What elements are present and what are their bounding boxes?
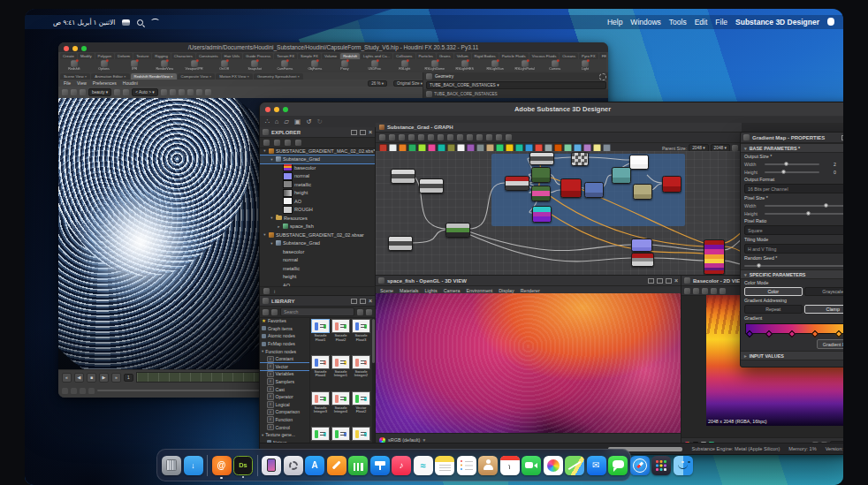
library-item-swizzle-float3[interactable]: Swizzle Float3 [352,319,370,353]
graph-node[interactable] [445,223,470,238]
nodes-icon[interactable]: ∴ [265,117,270,125]
shelf-tool-rslightportal[interactable]: RSLightPortal [511,59,539,72]
pane-menu-houdini[interactable]: Houdini [123,80,138,86]
graph-tool-icon[interactable] [418,134,424,140]
dock-item-notes[interactable] [435,456,454,475]
graph-node[interactable] [584,182,604,198]
paste-icon[interactable] [702,288,708,294]
output-width-slider[interactable] [765,163,819,165]
close-panel-icon[interactable]: × [369,131,372,134]
stop-button[interactable]: ■ [87,373,96,383]
library-item-swizzle-integer4[interactable]: Swizzle Integer4 [331,391,350,426]
graph-tool-icon[interactable] [399,134,405,140]
dock-item-settings[interactable] [284,456,303,475]
shelf-tool-proxy[interactable]: Proxy [331,59,359,72]
pixel-ratio-select[interactable]: Square▾ [744,225,843,235]
float-panel-icon[interactable] [351,299,357,304]
link-icon[interactable] [285,140,291,146]
home-icon[interactable]: ⌂ [275,117,279,125]
explorer-item-basecolor[interactable]: basecolor [260,247,375,256]
library-category-graph-items[interactable]: Graph items [260,325,309,333]
dock-item-numbers[interactable] [348,456,368,475]
pane-tab-scene-view[interactable]: Scene View × [60,73,90,80]
maximize-panel-icon[interactable] [666,278,672,284]
tree-caret[interactable]: ▾ [263,232,267,237]
dock-item-facetime[interactable] [522,456,541,475]
explorer-item-metallic[interactable]: metallic [260,264,375,273]
view3d-menu-scene[interactable]: Scene [380,288,393,293]
output-format-select[interactable]: 16 Bits per Channel▾ [744,184,843,193]
grid-icon[interactable] [720,288,726,294]
tree-caret[interactable]: ▸ [277,224,281,229]
zoom-button[interactable] [283,107,288,112]
graph-node[interactable] [633,184,652,200]
view3d-menu-materials[interactable]: Materials [400,288,419,293]
close-panel-icon[interactable]: × [674,279,678,283]
color-mode-color[interactable]: Color [744,287,803,296]
library-edit-icon[interactable] [271,309,278,315]
shelf-tab-texture[interactable]: Texture [133,53,151,59]
control-center-icon[interactable] [122,19,130,26]
playbar-option-icon-4[interactable] [88,388,95,394]
addressing-clamp[interactable]: Clamp [804,305,844,314]
render-pass-select[interactable]: beauty ▾ [88,88,111,96]
library-category-fxmap-nodes[interactable]: FxMap nodes [260,340,309,348]
graph-tool-icon[interactable] [486,134,492,140]
dock-item-photos[interactable] [544,456,563,475]
dock-item-pages[interactable] [327,456,346,475]
graph-node[interactable] [631,239,652,252]
close-button[interactable] [64,46,69,51]
explorer-item-height[interactable]: height [260,273,375,282]
float-panel-icon[interactable] [351,130,357,135]
funnel-icon[interactable] [357,309,363,315]
graph-node[interactable] [704,239,725,275]
explorer-item-basecolor[interactable]: basecolor [260,163,375,172]
graph-node[interactable] [532,206,552,223]
shelf-tool-usdproc[interactable]: USDProc [361,59,389,72]
graph-node[interactable] [529,152,554,165]
explorer-item-substance-gradient-mac-02-02-sbs-[interactable]: ▾SUBSTANCE_GRADIENT_MAC_02_02.sbs* [260,147,375,155]
dock-item-keynote[interactable] [370,456,390,475]
expand-icon[interactable] [205,89,211,95]
tree-caret[interactable]: ▾ [270,157,274,162]
shelf-tab-polygon[interactable]: Polygon [95,53,115,59]
shelf-tab-vellum[interactable]: Vellum [454,53,471,59]
menu-item-edit[interactable]: Edit [695,18,708,27]
graph-node[interactable] [419,178,444,193]
shelf-tab-simple-fx[interactable]: Simple FX [298,53,321,59]
graph-node[interactable] [388,236,413,251]
graph-node[interactable] [571,152,589,166]
dock-item-contacts[interactable] [478,456,498,475]
explorer-item-substance-grad[interactable]: ▾Substance_Grad [260,155,375,164]
library-category-comparison[interactable]: fComparison [260,408,309,416]
gear-icon[interactable] [599,73,606,80]
apple-menu-icon[interactable] [827,18,834,26]
dock-item-mail[interactable] [587,456,606,475]
save-icon[interactable] [693,288,699,294]
pane-tab-geometry-spreadsheet[interactable]: Geometry Spreadsheet × [254,73,303,80]
tree-caret[interactable]: ▾ [270,216,274,220]
graph-tool-icon[interactable] [408,134,415,140]
graph-node[interactable] [612,167,631,184]
shelf-tab-pyro-fx[interactable]: Pyro FX [579,53,598,59]
shelf-tool-redshift[interactable]: Redshift [60,59,88,72]
dock-item-appstore[interactable] [305,456,324,475]
random-seed-slider[interactable] [744,265,843,267]
library-item-swizzle-integer1[interactable]: Swizzle Integer1 [331,355,350,390]
dock-item-iphone[interactable] [262,456,281,475]
minimize-button[interactable] [72,46,78,51]
shelf-tab-constraints[interactable]: Constraints [196,53,221,59]
float-panel-icon[interactable] [657,278,663,284]
view3d-menu-renderer[interactable]: Renderer [521,288,540,293]
info-icon[interactable]: i [274,289,275,294]
gradient-preview-bar[interactable] [745,323,843,334]
pin-panel-icon[interactable] [841,135,843,140]
dock-item-calendar[interactable]: ١ [500,456,520,475]
renderview-zoom-select[interactable]: 26 % ▾ [368,80,387,87]
substance-title-bar[interactable]: Adobe Substance 3D Designer [260,102,843,116]
geometry-node-select[interactable]: TUBE_BACK_CORE_INSTANCES ▾ [426,81,606,89]
graph-node[interactable] [629,155,649,170]
pane-tab-animation-editor[interactable]: Animation Editor × [91,73,129,80]
graph-node[interactable] [560,178,582,198]
camera-select[interactable]: < Auto > ▾ [132,88,158,96]
